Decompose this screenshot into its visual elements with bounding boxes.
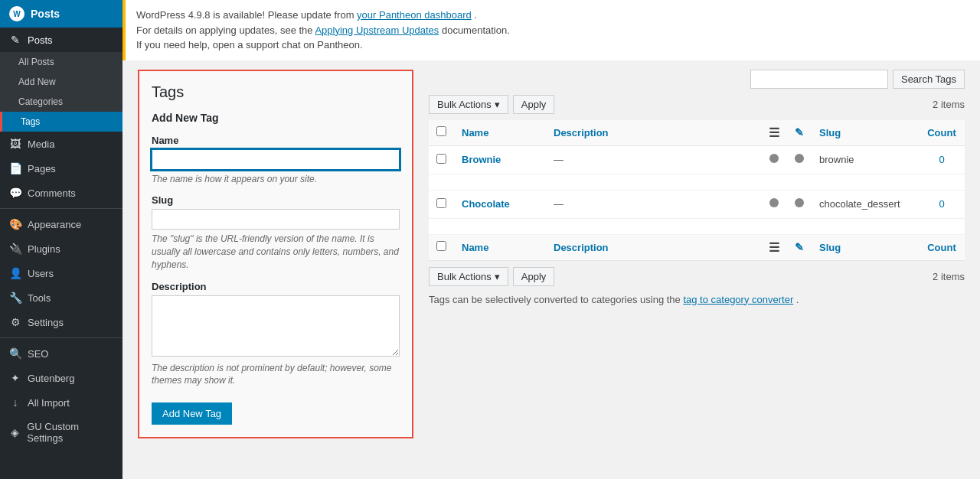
upstream-updates-link[interactable]: Applying Upstream Updates [315,24,439,36]
row2-dot1-icon [769,198,779,207]
gutenberg-icon: ✦ [9,372,21,384]
th-footer-count[interactable]: Count [919,234,965,260]
th-check [429,120,454,146]
sidebar-item-plugins[interactable]: 🔌 Plugins [0,236,122,261]
description-textarea[interactable] [152,295,400,357]
users-icon: 👤 [9,267,21,279]
th-icon2: ✎ [787,120,812,146]
sidebar-seo-label: SEO [28,348,48,360]
row1-slug: brownie [812,145,919,174]
footer-note: Tags can be selectively converted to cat… [429,294,965,305]
footer-list-icon: ☰ [769,241,779,254]
sidebar-item-all-import[interactable]: ↓ All Import [0,390,122,415]
footer-select-all-checkbox[interactable] [436,241,446,251]
sidebar-item-settings[interactable]: ⚙ Settings [0,310,122,334]
plugins-icon: 🔌 [9,243,21,255]
top-toolbar: Bulk Actions ▾ Apply 2 items [429,95,965,114]
bottom-apply-button[interactable]: Apply [513,267,555,286]
sidebar-item-add-new[interactable]: Add New [0,72,122,92]
search-input[interactable] [750,70,888,89]
sidebar-item-all-posts[interactable]: All Posts [0,52,122,72]
tags-table: Name Description ☰ ✎ Slug Count [429,120,965,261]
sidebar-plugins-label: Plugins [28,243,60,255]
sidebar-item-appearance[interactable]: 🎨 Appearance [0,212,122,236]
row1-name-link[interactable]: Brownie [462,154,501,165]
row2-name: Chocolate [454,190,546,218]
th-footer-check [429,234,454,260]
add-new-tag-panel: Tags Add New Tag Name The name is how it… [138,70,413,439]
search-tags-button[interactable]: Search Tags [893,70,965,89]
posts-icon: ✎ [9,34,21,46]
th-footer-slug[interactable]: Slug [812,234,919,260]
sidebar-logo-label: Posts [31,8,60,20]
table-header-row: Name Description ☰ ✎ Slug Count [429,120,965,146]
notice-text5: If you need help, open a support chat on… [136,39,363,51]
sidebar-settings-label: Settings [28,317,64,328]
bottom-bulk-actions-button[interactable]: Bulk Actions ▾ [429,267,508,286]
top-bulk-label: Bulk Actions [437,99,492,110]
th-count[interactable]: Count [919,120,965,146]
top-items-count: 2 items [933,99,965,110]
th-name[interactable]: Name [454,120,546,146]
name-input[interactable] [152,149,400,170]
footer-edit-icon: ✎ [795,241,804,253]
tag-converter-link[interactable]: tag to category converter [683,294,793,305]
sidebar-item-pages[interactable]: 📄 Pages [0,156,122,181]
sidebar-pages-label: Pages [28,163,56,174]
row1-name: Brownie [454,145,546,174]
sidebar-divider-2 [0,337,122,338]
notice-text1: WordPress 4.9.8 is available! Please upd… [136,9,357,21]
bottom-bulk-label: Bulk Actions [437,271,492,282]
select-all-checkbox[interactable] [436,126,446,136]
sidebar-item-categories[interactable]: Categories [0,92,122,112]
sidebar-item-media[interactable]: 🖼 Media [0,132,122,156]
name-label: Name [152,135,400,146]
row2-slug: chocolate_dessert [812,190,919,218]
sidebar-appearance-label: Appearance [28,219,81,230]
row2-name-link[interactable]: Chocolate [462,198,510,210]
sidebar-item-tags[interactable]: Tags [0,112,122,132]
top-apply-button[interactable]: Apply [513,95,555,114]
sidebar: W Posts ✎ Posts All Posts Add New Catego… [0,0,122,479]
row2-checkbox[interactable] [436,198,446,208]
name-field-group: Name The name is how it appears on your … [152,135,400,186]
appearance-icon: 🎨 [9,218,21,230]
app-layout: W Posts ✎ Posts All Posts Add New Catego… [0,0,980,479]
sidebar-item-gu-custom[interactable]: ◈ GU Custom Settings [0,415,122,450]
top-bulk-actions-button[interactable]: Bulk Actions ▾ [429,95,508,114]
row1-icon2 [787,145,812,174]
spacer-row2 [429,218,965,234]
tag-list-panel: Search Tags Bulk Actions ▾ Apply 2 items [429,70,965,439]
th-footer-name[interactable]: Name [454,234,546,260]
sidebar-item-seo[interactable]: 🔍 SEO [0,341,122,366]
th-slug[interactable]: Slug [812,120,919,146]
row1-checkbox[interactable] [436,154,446,164]
wordpress-icon: W [9,6,24,21]
top-toolbar-left: Bulk Actions ▾ Apply [429,95,554,114]
th-description[interactable]: Description [546,120,761,146]
comments-icon: 💬 [9,187,21,199]
sidebar-item-tools[interactable]: 🔧 Tools [0,285,122,310]
th-footer-desc[interactable]: Description [546,234,761,260]
edit-icon: ✎ [795,126,804,138]
update-notice: WordPress 4.9.8 is available! Please upd… [122,0,980,60]
row2-icon1 [761,190,787,218]
description-label: Description [152,281,400,292]
sidebar-gutenberg-label: Gutenberg [28,373,74,384]
description-hint: The description is not prominent by defa… [152,362,400,388]
slug-input[interactable] [152,209,400,230]
footer-text: Tags can be selectively converted to cat… [429,294,683,305]
sidebar-media-label: Media [28,138,54,150]
sidebar-logo[interactable]: W Posts [0,0,122,28]
notice-text4: documentation. [442,24,510,36]
pantheon-dashboard-link[interactable]: your Pantheon dashboard [357,9,472,21]
sidebar-item-gutenberg[interactable]: ✦ Gutenberg [0,366,122,390]
th-footer-icon1: ☰ [761,234,787,260]
sidebar-item-comments[interactable]: 💬 Comments [0,181,122,205]
add-new-tag-button[interactable]: Add New Tag [152,402,232,425]
bottom-items-count-value: 2 items [933,271,965,282]
sidebar-item-posts[interactable]: ✎ Posts [0,28,122,52]
name-hint: The name is how it appears on your site. [152,173,400,186]
sidebar-item-users[interactable]: 👤 Users [0,261,122,285]
slug-hint: The "slug" is the URL-friendly version o… [152,233,400,271]
